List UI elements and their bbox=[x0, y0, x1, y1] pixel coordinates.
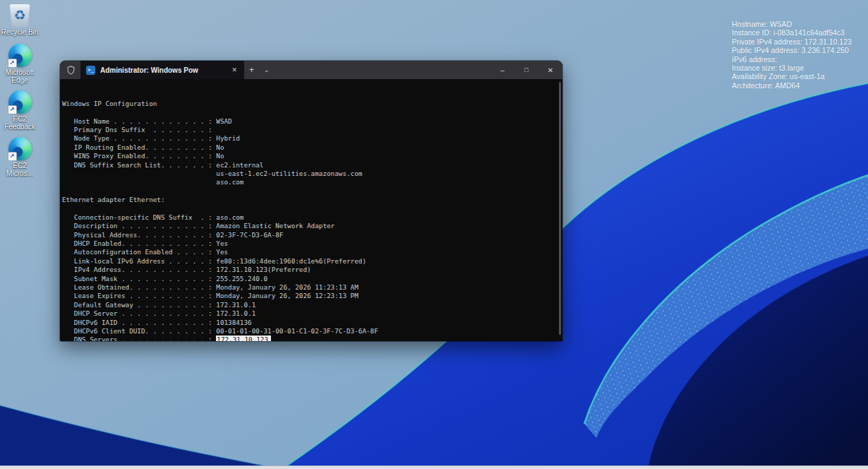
terminal-line: DHCPv6 IAID . . . . . . . . . . . : 1013… bbox=[62, 319, 558, 327]
new-tab-button[interactable]: + bbox=[244, 61, 259, 79]
tab-title: Administrator: Windows Pow bbox=[100, 66, 229, 74]
terminal-line: Node Type . . . . . . . . . . . . : Hybr… bbox=[62, 134, 558, 143]
instance-info-line: Private IPv4 address: 172.31.10.123 bbox=[732, 37, 852, 46]
terminal-scrollbar[interactable] bbox=[559, 82, 561, 335]
desktop-icon-ec2-micros[interactable]: ↗EC2 Micros... bbox=[0, 137, 40, 177]
terminal-line: Lease Expires . . . . . . . . . . : Mond… bbox=[62, 292, 558, 300]
tab-close-icon[interactable]: ✕ bbox=[229, 65, 240, 75]
terminal-line: Lease Obtained. . . . . . . . . . : Mond… bbox=[62, 283, 558, 292]
terminal-line: DNS Servers . . . . . . . . . . . : 172.… bbox=[62, 336, 558, 341]
terminal-line: IP Routing Enabled. . . . . . . . : No bbox=[62, 143, 558, 152]
terminal-line: DHCP Enabled. . . . . . . . . . . : Yes bbox=[62, 239, 558, 248]
terminal-line: Physical Address. . . . . . . . . : 02-3… bbox=[62, 231, 558, 239]
instance-info-line: Public IPv4 address: 3.236.174.250 bbox=[732, 46, 852, 54]
terminal-line: aso.com bbox=[62, 178, 558, 186]
taskbar[interactable] bbox=[0, 465, 868, 469]
terminal-line: Host Name . . . . . . . . . . . . : WSAD bbox=[62, 117, 558, 126]
desktop-icon-label: Microsoft Edge bbox=[0, 69, 40, 84]
selected-text: 172.31.10.123 bbox=[216, 336, 271, 341]
admin-shield-icon bbox=[66, 65, 76, 76]
powershell-icon: >_ bbox=[86, 66, 95, 75]
terminal-body[interactable]: Windows IP Configuration Host Name . . .… bbox=[60, 79, 562, 341]
instance-info-line: IPv6 address: bbox=[732, 55, 852, 64]
close-button[interactable]: ✕ bbox=[538, 61, 562, 79]
powershell-window[interactable]: >_ Administrator: Windows Pow ✕ + ⌄ – □ … bbox=[60, 61, 562, 341]
window-titlebar[interactable]: >_ Administrator: Windows Pow ✕ + ⌄ – □ … bbox=[60, 61, 562, 79]
desktop-icon-microsoft-edge[interactable]: ↗Microsoft Edge bbox=[0, 44, 40, 84]
terminal-line: DHCPv6 Client DUID. . . . . . . . : 00-0… bbox=[62, 327, 558, 336]
terminal-line: Connection-specific DNS Suffix . : aso.c… bbox=[62, 213, 558, 222]
terminal-line: Windows IP Configuration bbox=[62, 100, 558, 108]
edge-icon: ↗ bbox=[8, 44, 32, 67]
shortcut-arrow-icon: ↗ bbox=[8, 105, 17, 114]
shortcut-arrow-icon: ↗ bbox=[8, 152, 17, 161]
terminal-line: Default Gateway . . . . . . . . . : 172.… bbox=[62, 301, 558, 309]
terminal-line bbox=[62, 205, 558, 213]
terminal-line: DNS Suffix Search List. . . . . . : ec2.… bbox=[62, 161, 558, 170]
maximize-button[interactable]: □ bbox=[514, 61, 538, 79]
desktop-icon-label: EC2 Micros... bbox=[0, 162, 40, 177]
desktop-icon-label: EC2 Feedback bbox=[0, 115, 40, 131]
shortcut-arrow-icon: ↗ bbox=[8, 59, 17, 68]
instance-info-line: Availability Zone: us-east-1a bbox=[732, 72, 852, 81]
terminal-tab[interactable]: >_ Administrator: Windows Pow ✕ bbox=[80, 61, 244, 79]
instance-info: Hostname: WSADInstance ID: i-083a141c64a… bbox=[732, 20, 852, 90]
terminal-line: Subnet Mask . . . . . . . . . . . : 255.… bbox=[62, 275, 558, 283]
terminal-output: Windows IP Configuration Host Name . . .… bbox=[62, 100, 558, 341]
terminal-line: Description . . . . . . . . . . . : Amaz… bbox=[62, 222, 558, 230]
edge-icon: ↗ bbox=[8, 137, 32, 160]
terminal-line bbox=[62, 108, 558, 117]
terminal-line: DHCP Server . . . . . . . . . . . : 172.… bbox=[62, 309, 558, 318]
minimize-button[interactable]: – bbox=[490, 61, 514, 79]
edge-icon: ↗ bbox=[8, 90, 32, 114]
instance-info-line: Architecture: AMD64 bbox=[732, 81, 852, 90]
terminal-line: Autoconfiguration Enabled . . . . : Yes bbox=[62, 248, 558, 256]
terminal-line: WINS Proxy Enabled. . . . . . . . : No bbox=[62, 152, 558, 160]
terminal-line: Link-local IPv6 Address . . . . . : fe80… bbox=[62, 257, 558, 266]
recycle-bin-icon: ♻ bbox=[9, 4, 30, 27]
tab-dropdown-icon[interactable]: ⌄ bbox=[259, 61, 275, 79]
instance-info-line: Instance ID: i-083a141c64adf54c3 bbox=[732, 28, 852, 37]
desktop-icon-label: Recycle Bin bbox=[0, 28, 40, 36]
terminal-line: us-east-1.ec2-utilities.amazonaws.com bbox=[62, 170, 558, 178]
terminal-line: IPv4 Address. . . . . . . . . . . : 172.… bbox=[62, 266, 558, 274]
terminal-line: Ethernet adapter Ethernet: bbox=[62, 196, 558, 204]
terminal-line bbox=[62, 187, 558, 196]
terminal-line: Primary Dns Suffix . . . . . . . : bbox=[62, 126, 558, 134]
instance-info-line: Instance size: t3.large bbox=[732, 64, 852, 72]
desktop-icon-recycle-bin[interactable]: ♻Recycle Bin bbox=[0, 4, 40, 36]
desktop-icon-ec2-feedback[interactable]: ↗EC2 Feedback bbox=[0, 90, 40, 131]
instance-info-line: Hostname: WSAD bbox=[732, 20, 852, 28]
